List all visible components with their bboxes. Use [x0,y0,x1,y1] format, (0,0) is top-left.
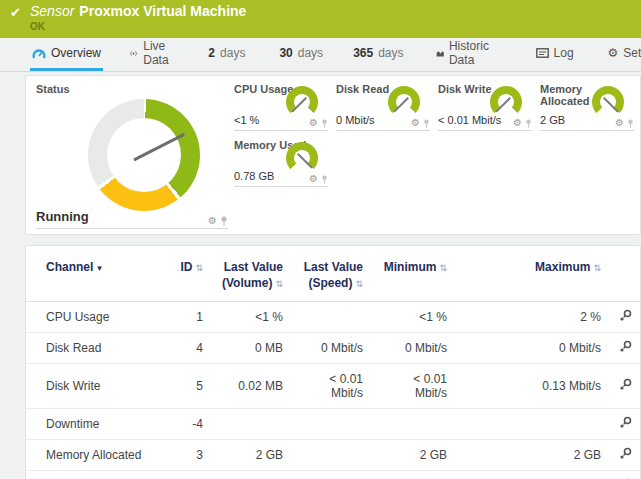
status-gauge-value: Running [36,209,89,224]
col-channel[interactable]: Channel▾ [26,256,161,302]
cell-last-speed: 0 Mbit/s [291,333,371,364]
sort-icon: ⇅ [195,263,203,273]
cell-last-speed [291,471,371,479]
tab-2-days[interactable]: 2 days [206,38,247,71]
pin-icon[interactable] [321,175,328,184]
pin-icon[interactable] [525,119,532,128]
table-row-downtime[interactable]: Downtime -4 [26,409,641,440]
gauge-label: CPU Usage [234,83,293,95]
gear-icon[interactable]: ⚙ [411,118,420,128]
gauge-memory-used[interactable]: Memory Used 0.78 GB ⚙ [234,139,328,187]
channel-settings-icon[interactable] [619,378,632,391]
table-row-memory-allocated[interactable]: Memory Allocated 3 2 GB 2 GB 2 GB [26,440,641,471]
gauge-value: <1 % [234,114,259,126]
gauge-disk-write[interactable]: Disk Write < 0.01 Mbit/s ⚙ [438,83,532,131]
col-minimum[interactable]: Minimum⇅ [371,256,455,302]
channel-table: Channel▾ ID⇅ Last Value (Volume)⇅ Last V… [26,256,641,479]
gear-icon[interactable]: ⚙ [208,216,217,226]
status-gauge-title: Status [36,83,70,95]
chevron-down-icon: ▾ [97,263,102,273]
cell-last-speed [291,440,371,471]
cell-last-volume: 0.02 MB [211,364,291,409]
cell-maximum [455,409,609,440]
sensor-titles: SensorProxmox Virtual Machine OK [30,3,246,32]
tab-log-label: Log [554,46,574,60]
overview-gauges-panel: Status Running ⚙ CPU Usage <1 % ⚙ [25,75,641,235]
tab-30-days-number: 30 [279,46,292,60]
gauge-value: 2 GB [540,114,565,126]
tab-historic-data[interactable]: Historic Data [434,38,496,71]
tab-settings[interactable]: ⚙ Settings [606,38,641,71]
gear-icon[interactable]: ⚙ [309,174,318,184]
pin-icon[interactable] [321,119,328,128]
cell-channel: Memory Used [26,471,161,479]
cell-id: 5 [161,364,211,409]
cell-last-speed [291,302,371,333]
cell-channel: CPU Usage [26,302,161,333]
mini-gauge-grid: CPU Usage <1 % ⚙ Disk Read 0 Mbit/s ⚙ Di… [234,83,634,187]
gear-icon[interactable]: ⚙ [309,118,318,128]
gear-icon[interactable]: ⚙ [615,118,624,128]
table-row-disk-write[interactable]: Disk Write 5 0.02 MB < 0.01 Mbit/s < 0.0… [26,364,641,409]
sensor-header: ✔ SensorProxmox Virtual Machine OK [0,0,641,38]
pin-icon[interactable] [627,119,634,128]
col-last-speed[interactable]: Last Value (Speed)⇅ [291,256,371,302]
table-row-disk-read[interactable]: Disk Read 4 0 MB 0 Mbit/s 0 Mbit/s 0 Mbi… [26,333,641,364]
table-row-cpu-usage[interactable]: CPU Usage 1 <1 % <1 % 2 % [26,302,641,333]
channel-settings-icon[interactable] [619,309,632,322]
tab-365-days[interactable]: 365 days [351,38,405,71]
cell-maximum: 0 Mbit/s [455,333,609,364]
tab-30-days[interactable]: 30 days [277,38,325,71]
gauge-cpu-usage[interactable]: CPU Usage <1 % ⚙ [234,83,328,131]
gauge-label: Disk Read [336,83,389,95]
tab-log[interactable]: Log [534,38,576,71]
tab-historic-data-label: Historic Data [449,39,494,67]
gear-icon: ⚙ [608,47,619,59]
tab-365-days-label: days [378,46,403,60]
gauge-value: 0.78 GB [234,170,274,182]
pin-icon[interactable] [220,216,228,226]
cell-maximum: 0.13 Mbit/s [455,364,609,409]
cell-id: 4 [161,333,211,364]
tab-live-data-label: Live Data [143,39,174,67]
col-last-volume[interactable]: Last Value (Volume)⇅ [211,256,291,302]
channel-settings-icon[interactable] [619,416,632,429]
cell-last-speed: < 0.01 Mbit/s [291,364,371,409]
gauge-value: < 0.01 Mbit/s [438,114,501,126]
tab-2-days-label: days [220,46,245,60]
col-maximum[interactable]: Maximum⇅ [455,256,609,302]
chart-icon [436,48,444,59]
cell-last-volume: 0 MB [211,333,291,364]
cell-minimum: 2 GB [371,440,455,471]
cell-channel: Disk Read [26,333,161,364]
tab-overview[interactable]: Overview [30,38,103,71]
sensor-title-line: SensorProxmox Virtual Machine [30,3,246,20]
gear-icon[interactable]: ⚙ [513,118,522,128]
status-check-icon: ✔ [10,5,21,20]
cell-id: -4 [161,409,211,440]
status-gauge-block[interactable]: Status Running ⚙ [36,83,228,229]
gauge-disk-read[interactable]: Disk Read 0 Mbit/s ⚙ [336,83,430,131]
channel-settings-icon[interactable] [619,340,632,353]
col-id[interactable]: ID⇅ [161,256,211,302]
status-badge: OK [30,21,246,32]
cell-minimum: <1 % [371,302,455,333]
cell-maximum: 0.79 GB [455,471,609,479]
sort-icon: ⇅ [439,263,447,273]
sort-icon: ⇅ [275,279,283,289]
memory-allocated-gauge [592,86,624,118]
cell-last-volume [211,409,291,440]
tab-live-data[interactable]: Live Data [127,38,176,71]
channel-settings-icon[interactable] [619,447,632,460]
page-title: Proxmox Virtual Machine [79,3,246,19]
gauge-memory-allocated[interactable]: Memory Allocated 2 GB ⚙ [540,83,634,131]
cell-id: 1 [161,302,211,333]
pin-icon[interactable] [423,119,430,128]
cell-last-volume: 0.78 GB [211,471,291,479]
table-row-memory-used[interactable]: Memory Used 2 0.78 GB 0.78 GB 0.79 GB [26,471,641,479]
status-donut-gauge [88,99,200,211]
cell-last-speed [291,409,371,440]
cell-actions [609,302,641,333]
broadcast-icon [129,48,138,59]
tab-settings-label: Settings [623,46,641,60]
